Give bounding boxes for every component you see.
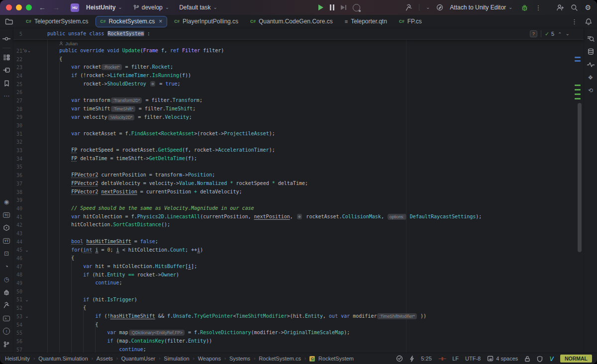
inlay-hint-icon[interactable]: ⚙ [150, 81, 156, 87]
youtrack-icon[interactable]: YT [3, 234, 10, 247]
close-tab-icon[interactable]: × [159, 18, 162, 25]
code-text[interactable]: if (!hasHitTimeShift && f.Unsafe.TryGetP… [31, 312, 426, 321]
code-text[interactable]: var rocket:Rocket* = filter.Rocket; [31, 63, 173, 72]
code-line-24[interactable]: 24 if (!rocket->LifetimeTimer.IsRunning(… [13, 72, 584, 80]
caret-position[interactable]: 5:25 [421, 356, 431, 362]
code-line-47[interactable]: 47 var hit = hitCollection.HitsBuffer[i]… [13, 263, 584, 271]
forward-icon[interactable]: → [53, 3, 60, 11]
fold-chevron-icon[interactable]: ˆo⌄ [22, 48, 31, 53]
code-line-48[interactable]: 48 if (hit.Entity == rocket->Owner) [13, 271, 584, 279]
code-text[interactable]: if (!rocket->LifetimeTimer.IsRunning(f)) [31, 72, 191, 80]
code-line-55[interactable]: 55 var map:QDictionary<EntityRef,FP> = f… [13, 329, 584, 337]
close-window-button[interactable] [6, 4, 12, 10]
code-line-42[interactable]: 42 hitCollection.SortCastDistance(); [13, 221, 584, 229]
tab-RocketSystem.cs[interactable]: C#RocketSystem.cs× [96, 16, 168, 27]
inlay-hint[interactable]: :TimeShiftModifier* [377, 313, 416, 319]
fold-chevron-icon[interactable]: ⌄ [22, 248, 31, 253]
profiler-pulse-icon[interactable] [587, 58, 595, 71]
code-text[interactable]: rocket->ShouldDestroy ⚙ = true; [31, 80, 181, 89]
database-icon[interactable] [588, 45, 594, 58]
inlay-hint[interactable]: :Rocket* [101, 64, 121, 70]
code-line-27[interactable]: 27 var transform:Transform2D* = filter.T… [13, 96, 584, 105]
code-text[interactable]: FP deltaTime = timeShift->GetDeltaTime(f… [31, 155, 197, 163]
code-text[interactable]: var map:QDictionary<EntityRef,FP> = f.Re… [31, 329, 350, 337]
vim-icon[interactable]: V [549, 355, 554, 363]
code-text[interactable]: bool hasHitTimeShift = false; [31, 238, 158, 246]
code-line-38[interactable]: 38 FPVector2 nextPosition = currentPosit… [13, 188, 584, 196]
snapshot-icon[interactable]: ⊡ [4, 247, 9, 260]
code-line-45[interactable]: 45⌄ for(int i = 0; i < hitCollection.Cou… [13, 246, 584, 255]
problems-icon[interactable]: ! [3, 325, 10, 338]
unity-icon[interactable]: ❖ [588, 71, 594, 84]
breadcrumb-item[interactable]: QuantumUser [121, 356, 155, 362]
code-line-46[interactable]: 46 { [13, 254, 584, 263]
profiler-icon[interactable] [353, 4, 360, 11]
author-code-vision[interactable]: Julian [13, 40, 584, 47]
indent-setting[interactable]: 4 spaces [487, 356, 518, 362]
lock-icon[interactable] [524, 356, 530, 362]
restore-icon[interactable]: ⟲ [588, 84, 593, 97]
breadcrumb-item[interactable]: Systems [229, 356, 250, 362]
code-line-31[interactable]: 31 var rocketAsset = f.FindAsset<RocketA… [13, 130, 584, 138]
code-text[interactable]: { [31, 254, 74, 263]
code-line-36[interactable]: 36 FPVector2 currentPosition = transform… [13, 171, 584, 180]
code-text[interactable]: hitCollection.SortCastDistance(); [31, 221, 170, 229]
chevron-down-icon[interactable]: ⌄ [426, 5, 430, 10]
code-line-29[interactable]: 29 var velocity:Velocity2D* = filter.Vel… [13, 113, 584, 122]
code-line-41[interactable]: 41 var hitCollection = f.Physics2D.Linec… [13, 213, 584, 221]
project-widget[interactable]: HeistUnity⌄ [86, 4, 122, 11]
code-text[interactable]: { [31, 55, 62, 64]
code-text[interactable]: FPVector2 currentPosition = transform->P… [31, 171, 215, 180]
inlay-hint[interactable]: :Transform2D* [111, 97, 142, 103]
tab-options-icon[interactable]: ⋮ [571, 18, 578, 25]
tab-PlayerInputPolling.cs[interactable]: C#PlayerInputPolling.cs [169, 16, 243, 27]
code-text[interactable]: for(int i = 0; i < hitCollection.Count; … [31, 246, 203, 255]
code-text[interactable]: FPVector2 deltaVelocity = velocity->Valu… [31, 180, 308, 188]
code-line-56[interactable]: 56 if (map.ContainsKey(filter.Entity)) [13, 337, 584, 346]
code-line-44[interactable]: 44 bool hasHitTimeShift = false; [13, 238, 584, 246]
code-text[interactable]: var transform:Transform2D* = filter.Tran… [31, 96, 202, 105]
stripe-mark-green[interactable] [575, 89, 581, 91]
code-text[interactable]: public override void Update(Frame f, ref… [31, 47, 224, 55]
code-line-53[interactable]: 53⌄ if (!hasHitTimeShift && f.Unsafe.Try… [13, 312, 584, 321]
inlay-hint[interactable]: :TimeShift* [111, 106, 135, 112]
sticky-code[interactable]: public unsafe class RocketSystem : [31, 30, 150, 38]
unity-console-icon[interactable]: ◉ [4, 195, 9, 208]
stripe-mark-blue[interactable] [575, 57, 581, 58]
fold-chevron-icon[interactable]: ⌄ [22, 314, 31, 319]
code-line-23[interactable]: 23 var rocket:Rocket* = filter.Rocket; [13, 63, 584, 72]
code-line-54[interactable]: 54 { [13, 321, 584, 329]
inlay-hint[interactable]: options: [388, 214, 406, 220]
back-icon[interactable]: ← [39, 3, 46, 11]
breadcrumb-symbol[interactable]: RocketSystem [318, 356, 354, 362]
breadcrumb-item[interactable]: Assets [97, 356, 113, 362]
code-line-49[interactable]: 49 continue; [13, 279, 584, 287]
hints-icon[interactable]: ? [530, 30, 537, 37]
prev-problem-icon[interactable]: ⌄ [558, 31, 562, 36]
code-line-43[interactable]: 43 [13, 229, 584, 238]
code-line-33[interactable]: 33 FP rocketSpeed = rocketAsset.GetSpeed… [13, 146, 584, 155]
build-hammer-icon[interactable] [405, 4, 412, 11]
sticky-header[interactable]: 5 public unsafe class RocketSystem : ? ✓… [13, 28, 584, 40]
breadcrumb-item[interactable]: Quantum.Simulation [38, 356, 88, 362]
code-line-39[interactable]: 39 [13, 196, 584, 204]
task-widget[interactable]: Default task⌄ [179, 4, 217, 11]
tab-FP.cs[interactable]: C#FP.cs [394, 16, 427, 27]
add-user-icon[interactable] [556, 4, 564, 11]
inlay-hint-icon[interactable]: ⚙ [297, 214, 302, 219]
compare-icon[interactable]: ⊣⊢ [438, 356, 446, 362]
debugger-icon[interactable] [3, 286, 10, 299]
code-line-28[interactable]: 28 var timeShift:TimeShift* = filter.Tim… [13, 105, 584, 113]
code-line-57[interactable]: 57 continue; [13, 346, 584, 353]
inlay-hint[interactable]: :QDictionary<EntityRef,FP> [129, 330, 185, 336]
code-text[interactable]: var timeShift:TimeShift* = filter.TimeSh… [31, 105, 196, 113]
code-text[interactable]: var hit = hitCollection.HitsBuffer[i]; [31, 263, 197, 271]
code-line-37[interactable]: 37 FPVector2 deltaVelocity = velocity->V… [13, 180, 584, 188]
zoom-window-button[interactable] [26, 4, 32, 10]
code-line-22[interactable]: 22 { [13, 55, 584, 64]
project-view-folder-icon[interactable] [5, 18, 13, 25]
stripe-mark-green[interactable] [575, 98, 581, 99]
code-line-35[interactable]: 35 [13, 163, 584, 172]
terminal-icon[interactable]: >_ [3, 312, 9, 325]
structure-icon[interactable] [3, 51, 10, 64]
